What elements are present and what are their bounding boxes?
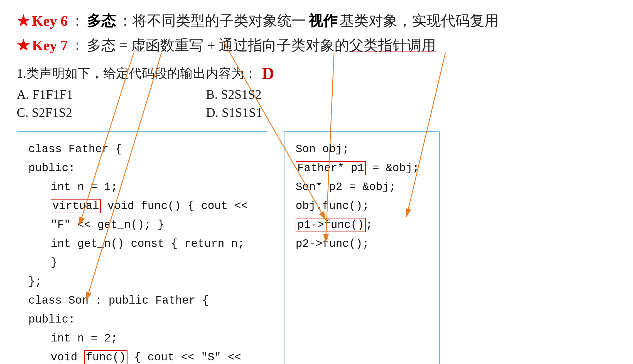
key6-label: Key 6 xyxy=(32,13,68,29)
father-p1-highlight: Father* p1 xyxy=(296,161,366,175)
options-grid: A. F1F1F1 B. S2S1S2 C. S2F1S2 D. S1S1S1 xyxy=(17,87,616,120)
key6-desc: ：将不同类型的子类对象统一 xyxy=(118,11,306,31)
code-line-10: void func() { cout << "S" << get_n(); } xyxy=(28,348,256,364)
code-line-6: }; xyxy=(28,272,256,291)
option-c: C. S2F1S2 xyxy=(17,105,184,120)
right-line-5: p1->func(); xyxy=(296,216,428,235)
question-num: 1. xyxy=(17,66,26,81)
code-line-3: int n = 1; xyxy=(28,178,256,197)
key6-bold: 视作 xyxy=(308,11,337,31)
code-line-1: class Father { xyxy=(28,140,256,159)
key6-line: ★ Key 6 ： 多态 ：将不同类型的子类对象统一 视作 基类对象，实现代码复… xyxy=(17,11,616,31)
p1-func-highlight: p1->func() xyxy=(296,218,366,232)
right-line-3: Son* p2 = &obj; xyxy=(296,178,428,197)
right-line-4: obj.func(); xyxy=(296,197,428,216)
key7-star: ★ xyxy=(17,37,30,54)
code-area: class Father { public: int n = 1; virtua… xyxy=(17,131,616,364)
question-line: 1. 类声明如下，给定代码段的输出内容为： D xyxy=(17,63,616,83)
virtual-highlight: virtual xyxy=(51,199,101,213)
key7-label: Key 7 xyxy=(32,37,68,54)
key6-colon: ： xyxy=(70,11,85,31)
right-line-2: Father* p1 = &obj; xyxy=(296,159,428,178)
code-line-8: public: xyxy=(28,310,256,329)
right-line-6: p2->func(); xyxy=(296,235,428,254)
key6-title: 多态 xyxy=(87,11,116,31)
key6-star: ★ xyxy=(17,13,30,29)
key6-desc2: 基类对象，实现代码复用 xyxy=(340,11,499,31)
code-line-5: int get_n() const { return n; } xyxy=(28,235,256,272)
question-section: 1. 类声明如下，给定代码段的输出内容为： D A. F1F1F1 B. S2S… xyxy=(17,63,616,120)
page-container: ★ Key 6 ： 多态 ：将不同类型的子类对象统一 视作 基类对象，实现代码复… xyxy=(0,0,633,364)
key7-desc: 多态 = 虚函数重写 + 通过指向子类对象的父类指针调用 xyxy=(87,36,436,55)
key7-colon: ： xyxy=(70,36,85,55)
right-line-1: Son obj; xyxy=(296,140,428,159)
code-line-9: int n = 2; xyxy=(28,329,256,348)
code-line-2: public: xyxy=(28,159,256,178)
int-keyword: int xyxy=(51,181,71,193)
func-highlight-son: func() xyxy=(84,350,127,364)
code-box-right: Son obj; Father* p1 = &obj; Son* p2 = &o… xyxy=(284,131,440,364)
answer-d: D xyxy=(262,63,274,83)
code-line-7: class Son : public Father { xyxy=(28,291,256,310)
option-d: D. S1S1S1 xyxy=(206,105,373,120)
option-a: A. F1F1F1 xyxy=(17,87,184,102)
question-text: 类声明如下，给定代码段的输出内容为： xyxy=(26,65,257,82)
code-line-4: virtual void func() { cout << "F" << get… xyxy=(28,197,256,235)
key7-line: ★ Key 7 ： 多态 = 虚函数重写 + 通过指向子类对象的父类指针调用 xyxy=(17,36,616,55)
option-b: B. S2S1S2 xyxy=(206,87,373,102)
code-box-left: class Father { public: int n = 1; virtua… xyxy=(17,131,267,364)
